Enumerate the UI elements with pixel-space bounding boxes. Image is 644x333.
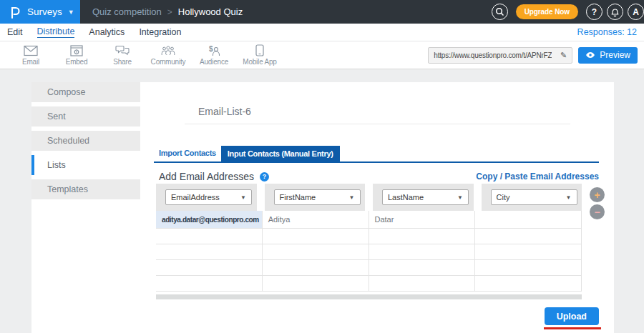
- avatar[interactable]: A: [628, 4, 644, 20]
- survey-url-input[interactable]: https://www.questionpro.com/t/APNrFZ ✎: [428, 47, 572, 64]
- nav-edit[interactable]: Edit: [7, 27, 23, 38]
- column-header-firstname: FirstName▼: [265, 184, 366, 211]
- tool-community-label: Community: [151, 58, 186, 66]
- breadcrumb-parent[interactable]: Quiz competition: [92, 6, 162, 17]
- cell-firstname[interactable]: [263, 229, 369, 244]
- column-select-lastname[interactable]: LastName▼: [382, 189, 469, 205]
- cell-firstname[interactable]: [263, 276, 369, 291]
- tab-input-contacts-manual[interactable]: Input Contacts (Manual Entry): [221, 146, 340, 161]
- preview-label: Preview: [600, 50, 630, 60]
- distribute-toolbar: Email Embed Share Community $ Audience M…: [0, 41, 644, 69]
- email-sidenav: Compose Sent Scheduled Lists Templates: [31, 82, 140, 204]
- product-switcher[interactable]: Surveys ▼: [0, 0, 80, 24]
- cell-city[interactable]: [475, 229, 582, 244]
- horizontal-scrollbar[interactable]: [156, 294, 582, 299]
- nav-integration[interactable]: Integration: [139, 27, 181, 38]
- column-select-emailaddress[interactable]: EmailAddress▼: [165, 189, 252, 205]
- column-header-lastname: LastName▼: [373, 184, 474, 211]
- tool-embed[interactable]: Embed: [56, 45, 97, 66]
- tool-share[interactable]: Share: [102, 45, 143, 66]
- cell-email[interactable]: aditya.datar@questionpro.com: [156, 211, 263, 228]
- tool-audience[interactable]: $ Audience: [193, 45, 235, 66]
- tool-mobile-app[interactable]: Mobile App: [239, 44, 280, 66]
- table-row: aditya.datar@questionpro.com Aditya Data…: [156, 211, 582, 229]
- eye-icon: [585, 51, 595, 59]
- tool-mobile-app-label: Mobile App: [243, 58, 276, 66]
- svg-text:$: $: [209, 45, 213, 53]
- cell-lastname[interactable]: Datar: [369, 211, 476, 228]
- select-caret-icon: ▼: [457, 194, 463, 201]
- search-button[interactable]: [492, 4, 508, 20]
- cell-lastname[interactable]: [369, 276, 476, 291]
- cell-lastname[interactable]: [369, 229, 476, 244]
- nav-distribute[interactable]: Distribute: [37, 26, 75, 38]
- column-select-firstname[interactable]: FirstName▼: [274, 189, 361, 205]
- breadcrumb-separator: >: [167, 7, 172, 17]
- table-row: [156, 276, 582, 292]
- red-underline-annotation: [544, 327, 601, 329]
- share-icon: [115, 45, 130, 56]
- cell-lastname[interactable]: [369, 260, 476, 275]
- mobile-app-icon: [255, 44, 264, 56]
- sidebar-item-sent[interactable]: Sent: [31, 106, 140, 126]
- cell-city[interactable]: [475, 260, 582, 275]
- tab-import-contacts[interactable]: Import Contacts: [154, 149, 221, 161]
- table-row: [156, 244, 582, 260]
- help-icon[interactable]: ?: [260, 172, 269, 182]
- remove-row-button[interactable]: −: [590, 204, 605, 219]
- page-background: Compose Sent Scheduled Lists Templates E…: [0, 69, 644, 333]
- cell-firstname[interactable]: [263, 244, 369, 259]
- cell-email[interactable]: [156, 244, 263, 259]
- survey-nav: Edit Distribute Analytics Integration Re…: [0, 24, 644, 41]
- breadcrumb: Quiz competition > Hollywood Quiz: [92, 6, 243, 17]
- tool-community[interactable]: Community: [147, 45, 189, 66]
- tool-share-label: Share: [113, 58, 132, 66]
- preview-button[interactable]: Preview: [578, 47, 638, 64]
- cell-email[interactable]: [156, 276, 263, 291]
- cell-firstname[interactable]: Aditya: [263, 211, 369, 228]
- cell-city[interactable]: [475, 276, 582, 291]
- search-icon: [495, 7, 504, 16]
- cell-email[interactable]: [156, 229, 263, 244]
- tool-embed-label: Embed: [66, 58, 88, 66]
- table-row: [156, 229, 582, 244]
- product-name: Surveys: [27, 6, 62, 17]
- responses-count[interactable]: Responses: 12: [577, 27, 637, 37]
- section-title: Add Email Addresses: [159, 171, 254, 182]
- nav-analytics[interactable]: Analytics: [89, 27, 125, 38]
- column-select-city[interactable]: City▼: [491, 189, 577, 205]
- email-lists-card: Compose Sent Scheduled Lists Templates E…: [31, 82, 614, 333]
- sidebar-item-compose[interactable]: Compose: [31, 82, 140, 102]
- select-caret-icon: ▼: [566, 194, 572, 201]
- sidebar-item-scheduled[interactable]: Scheduled: [31, 131, 140, 151]
- tool-email-label: Email: [22, 58, 39, 66]
- edit-url-icon[interactable]: ✎: [560, 51, 567, 60]
- email-icon: [24, 45, 38, 56]
- upload-button[interactable]: Upload: [545, 307, 599, 325]
- cell-email[interactable]: [156, 260, 263, 275]
- list-content: Email-List-6 Import Contacts Input Conta…: [140, 82, 614, 333]
- bell-icon: [610, 7, 620, 17]
- cell-city[interactable]: [475, 244, 582, 259]
- list-title: Email-List-6: [185, 104, 570, 124]
- cell-lastname[interactable]: [369, 244, 476, 259]
- notifications-button[interactable]: [607, 4, 623, 20]
- community-icon: [161, 45, 175, 56]
- tool-email[interactable]: Email: [10, 45, 52, 66]
- column-header-city: City▼: [482, 184, 582, 211]
- cell-firstname[interactable]: [263, 260, 369, 275]
- breadcrumb-current: Hollywood Quiz: [178, 6, 243, 17]
- select-caret-icon: ▼: [349, 194, 355, 201]
- add-row-button[interactable]: +: [590, 187, 605, 202]
- sidebar-item-templates[interactable]: Templates: [31, 179, 140, 199]
- copy-paste-link[interactable]: Copy / Paste Email Addresses: [476, 172, 599, 182]
- help-button[interactable]: ?: [586, 4, 602, 20]
- audience-icon: $: [207, 45, 221, 56]
- top-header: Surveys ▼ Quiz competition > Hollywood Q…: [0, 0, 644, 24]
- cell-city[interactable]: [475, 211, 582, 228]
- survey-url: https://www.questionpro.com/t/APNrFZ: [434, 51, 552, 59]
- tool-audience-label: Audience: [200, 58, 228, 66]
- sidebar-item-lists[interactable]: Lists: [31, 155, 140, 175]
- contacts-table: EmailAddress▼ FirstName▼ LastName▼ City▼…: [156, 184, 582, 299]
- upgrade-now-button[interactable]: Upgrade Now: [516, 4, 578, 19]
